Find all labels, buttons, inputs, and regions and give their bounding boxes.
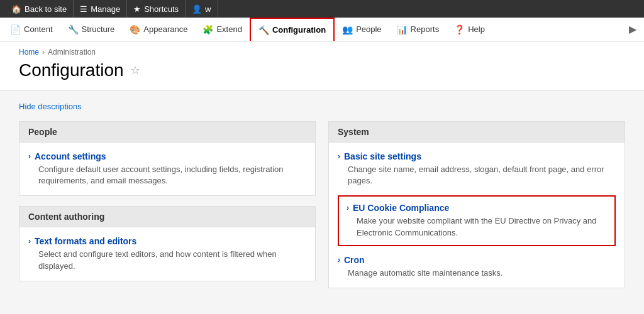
basic-site-settings-label: Basic site settings bbox=[344, 151, 421, 161]
nav-configuration-label: Configuration bbox=[272, 25, 326, 35]
reports-icon: 📊 bbox=[397, 24, 408, 35]
people-icon: 👥 bbox=[342, 24, 353, 35]
help-icon: ❓ bbox=[454, 24, 465, 35]
structure-icon: 🔧 bbox=[68, 24, 79, 35]
content-authoring-section-header: Content authoring bbox=[19, 207, 315, 227]
nav-end-icon: ▶ bbox=[624, 23, 641, 35]
page-title: Configuration bbox=[19, 60, 124, 80]
people-section: People › Account settings Configure defa… bbox=[19, 121, 316, 196]
system-section: System › Basic site settings Change site… bbox=[328, 121, 625, 288]
content-authoring-section: Content authoring › Text formats and edi… bbox=[19, 206, 316, 281]
extend-icon: 🧩 bbox=[203, 24, 213, 35]
text-formats-item: › Text formats and editors Select and co… bbox=[28, 236, 306, 271]
eu-cookie-compliance-item: › EU Cookie Compliance Make your website… bbox=[338, 195, 616, 246]
nav-people-label: People bbox=[356, 24, 381, 34]
favorite-icon[interactable]: ☆ bbox=[130, 63, 140, 77]
manage-button[interactable]: ☰ Manage bbox=[74, 0, 127, 18]
nav-configuration[interactable]: 🔨 Configuration bbox=[250, 18, 335, 41]
user-button[interactable]: 👤 w bbox=[186, 0, 218, 18]
breadcrumb-home[interactable]: Home bbox=[19, 48, 39, 57]
basic-site-settings-link[interactable]: › Basic site settings bbox=[338, 151, 616, 161]
cron-item: › Cron Manage automatic site maintenance… bbox=[338, 255, 616, 279]
basic-site-settings-desc: Change site name, email address, slogan,… bbox=[348, 164, 616, 187]
nav-reports[interactable]: 📊 Reports bbox=[389, 18, 447, 41]
nav-appearance-label: Appearance bbox=[143, 24, 187, 34]
nav-content-label: Content bbox=[24, 24, 53, 34]
text-formats-desc: Select and configure text editors, and h… bbox=[38, 249, 306, 271]
star-icon: ★ bbox=[133, 4, 141, 14]
columns-layout: People › Account settings Configure defa… bbox=[19, 121, 625, 288]
nav-structure[interactable]: 🔧 Structure bbox=[60, 18, 123, 41]
basic-site-settings-item: › Basic site settings Change site name, … bbox=[338, 151, 616, 187]
nav-people[interactable]: 👥 People bbox=[335, 18, 389, 41]
content-icon: 📄 bbox=[10, 24, 21, 35]
shortcuts-button[interactable]: ★ Shortcuts bbox=[127, 0, 186, 18]
chevron-icon: › bbox=[338, 152, 340, 161]
cron-label: Cron bbox=[344, 255, 365, 265]
user-icon: 👤 bbox=[192, 4, 202, 14]
people-section-body: › Account settings Configure default use… bbox=[19, 143, 315, 195]
user-label: w bbox=[205, 4, 211, 14]
system-section-body: › Basic site settings Change site name, … bbox=[329, 143, 625, 288]
hide-descriptions-link[interactable]: Hide descriptions bbox=[19, 102, 82, 111]
back-to-site-label: Back to site bbox=[25, 4, 67, 14]
breadcrumb: Home › Administration bbox=[19, 48, 625, 57]
nav-content[interactable]: 📄 Content bbox=[3, 18, 60, 41]
cron-link[interactable]: › Cron bbox=[338, 255, 616, 265]
breadcrumb-section: Home › Administration bbox=[0, 41, 644, 57]
eu-cookie-compliance-label: EU Cookie Compliance bbox=[353, 203, 449, 213]
home-icon: 🏠 bbox=[11, 4, 21, 14]
nav-help-label: Help bbox=[468, 24, 485, 34]
appearance-icon: 🎨 bbox=[130, 24, 140, 35]
page-header: Configuration ☆ bbox=[0, 57, 644, 91]
account-settings-link[interactable]: › Account settings bbox=[28, 151, 306, 161]
content-authoring-section-body: › Text formats and editors Select and co… bbox=[19, 227, 315, 280]
breadcrumb-current: Administration bbox=[48, 48, 96, 57]
nav-extend[interactable]: 🧩 Extend bbox=[195, 18, 249, 41]
nav-help[interactable]: ❓ Help bbox=[447, 18, 492, 41]
left-column: People › Account settings Configure defa… bbox=[19, 121, 316, 288]
right-column: System › Basic site settings Change site… bbox=[328, 121, 625, 288]
main-content: Hide descriptions People › Account setti… bbox=[0, 91, 644, 314]
chevron-icon: › bbox=[28, 152, 31, 161]
system-section-header: System bbox=[329, 122, 625, 143]
cron-desc: Manage automatic site maintenance tasks. bbox=[348, 268, 616, 279]
admin-bar: 🏠 Back to site ☰ Manage ★ Shortcuts 👤 w bbox=[0, 0, 644, 18]
secondary-nav: 📄 Content 🔧 Structure 🎨 Appearance 🧩 Ext… bbox=[0, 18, 644, 41]
eu-cookie-compliance-link[interactable]: › EU Cookie Compliance bbox=[347, 203, 607, 213]
text-formats-link[interactable]: › Text formats and editors bbox=[28, 236, 306, 246]
text-formats-label: Text formats and editors bbox=[35, 236, 136, 246]
account-settings-desc: Configure default user account settings,… bbox=[38, 164, 306, 187]
nav-reports-label: Reports bbox=[411, 24, 440, 34]
eu-cookie-compliance-desc: Make your website compliant with the EU … bbox=[357, 215, 607, 238]
manage-label: Manage bbox=[91, 4, 120, 14]
nav-appearance[interactable]: 🎨 Appearance bbox=[122, 18, 195, 41]
account-settings-label: Account settings bbox=[35, 151, 106, 161]
chevron-icon: › bbox=[338, 256, 340, 264]
people-section-header: People bbox=[19, 122, 315, 143]
shortcuts-label: Shortcuts bbox=[144, 4, 179, 14]
chevron-icon: › bbox=[28, 237, 31, 246]
back-to-site-button[interactable]: 🏠 Back to site bbox=[5, 0, 74, 18]
nav-end: ▶ bbox=[624, 23, 641, 35]
breadcrumb-separator: › bbox=[42, 48, 45, 57]
nav-structure-label: Structure bbox=[82, 24, 115, 34]
nav-extend-label: Extend bbox=[216, 24, 242, 34]
account-settings-item: › Account settings Configure default use… bbox=[28, 151, 306, 187]
chevron-icon: › bbox=[347, 203, 349, 212]
menu-icon: ☰ bbox=[80, 4, 87, 14]
configuration-icon: 🔨 bbox=[258, 25, 269, 35]
